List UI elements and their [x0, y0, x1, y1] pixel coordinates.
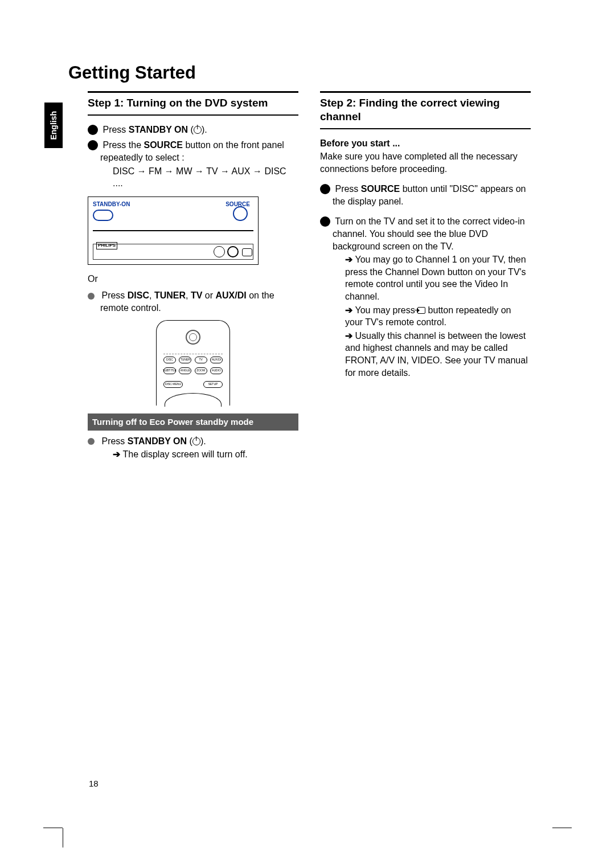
- text: The display screen will turn off.: [122, 449, 247, 459]
- divider: [93, 230, 253, 231]
- bullet-dot-icon: [88, 438, 95, 445]
- step1-heading: Step 1: Turning on the DVD system: [88, 91, 298, 116]
- source-sequence: DISC → FM → MW → TV → AUX → DISC ....: [88, 165, 298, 190]
- bullet-1-icon: 1: [88, 125, 98, 135]
- right-column: Step 2: Finding the correct viewing chan…: [320, 91, 531, 464]
- remote-btn: TV: [195, 357, 207, 363]
- standby-label: STANDBY-ON: [93, 200, 130, 208]
- step2-tip1: ➔ You may go to Channel 1 on your TV, th…: [320, 253, 531, 302]
- dvd-front-panel-diagram: STANDBY-ON SOURCE PHILIPS: [88, 196, 259, 265]
- text: Turn on the TV and set it to the correct…: [333, 216, 525, 251]
- text: ).: [200, 436, 206, 446]
- text-bold: TV: [191, 290, 202, 300]
- remote-btn: SETUP: [203, 381, 223, 388]
- left-column: Step 1: Turning on the DVD system 1 Pres…: [88, 91, 298, 464]
- text: (: [188, 125, 194, 134]
- text: or: [202, 290, 215, 300]
- text: ).: [202, 125, 207, 134]
- page-number: 18: [89, 779, 99, 788]
- power-icon: [194, 126, 202, 134]
- text: You may press: [355, 305, 417, 315]
- standby-highlight-icon: [93, 210, 113, 221]
- text: ,: [186, 290, 191, 300]
- remote-btn: DISC: [163, 357, 176, 363]
- language-tab: English: [44, 103, 63, 148]
- or-text: Or: [88, 273, 298, 285]
- arrow-icon: ➔: [345, 331, 355, 341]
- text: Usually this channel is between the lowe…: [345, 331, 528, 378]
- slot-icon: [242, 248, 252, 256]
- arrow-icon: ➔: [113, 449, 122, 459]
- text-bold: SOURCE: [361, 184, 400, 194]
- step1-item1: 1 Press STANDBY ON ().: [88, 124, 298, 136]
- remote-btn: AUDIO: [210, 367, 223, 374]
- step1-item3: Press DISC, TUNER, TV or AUX/DI on the r…: [88, 289, 298, 314]
- remote-btn: ZOOM: [195, 367, 207, 374]
- power-icon: [192, 437, 200, 445]
- remote-btn: ANGLE: [179, 367, 191, 374]
- remote-btn: DISC MENU: [163, 381, 183, 388]
- source-highlight-icon: [233, 206, 248, 221]
- bullet-dot-icon: [88, 293, 95, 300]
- page-title: Getting Started: [68, 63, 564, 83]
- knob-icon: [214, 246, 225, 257]
- tv-input-icon: [417, 307, 425, 314]
- remote-btn: SUBTITLE: [163, 367, 176, 374]
- arrow-icon: ➔: [345, 255, 355, 264]
- before-text: Make sure you have completed all the nec…: [320, 150, 531, 175]
- remote-btn: TUNER: [179, 357, 191, 363]
- remote-control-diagram: DISC TUNER TV AUX/DI SUBTITLE ANGLE ZOOM…: [156, 320, 230, 406]
- text: Press: [102, 125, 128, 134]
- language-label: English: [49, 111, 58, 140]
- eco-standby-heading: Turning off to Eco Power standby mode: [88, 413, 298, 431]
- eco-item: Press STANDBY ON ().: [88, 435, 298, 448]
- arrow-icon: ➔: [345, 305, 355, 315]
- eco-result: ➔ The display screen will turn off.: [88, 448, 298, 461]
- before-label: Before you start ...: [320, 137, 531, 150]
- step2-tip2: ➔ You may press button repeatedly on you…: [320, 304, 531, 329]
- bullet-1-icon: 1: [320, 184, 330, 194]
- text-bold: TUNER: [154, 290, 186, 300]
- text: Press: [101, 436, 127, 446]
- step2-tip3: ➔ Usually this channel is between the lo…: [320, 330, 531, 379]
- text: You may go to Channel 1 on your TV, then…: [345, 255, 526, 301]
- text: Press the: [102, 140, 144, 150]
- step2-item1: 1 Press SOURCE button until "DISC" appea…: [320, 183, 531, 207]
- text-bold: AUX/DI: [216, 290, 247, 300]
- step2-item2: 2 Turn on the TV and set it to the corre…: [320, 215, 531, 252]
- before-you-start: Before you start ... Make sure you have …: [320, 137, 531, 175]
- remote-navpad-icon: [165, 393, 222, 407]
- text: ,: [149, 290, 154, 300]
- step1-item2: 2 Press the SOURCE button on the front p…: [88, 139, 298, 163]
- bullet-2-icon: 2: [88, 140, 98, 150]
- text-bold: STANDBY ON: [128, 436, 187, 446]
- text-bold: DISC: [128, 290, 149, 300]
- text: Press: [101, 290, 127, 300]
- bullet-2-icon: 2: [320, 216, 330, 227]
- jog-dial-icon: [227, 246, 239, 257]
- remote-power-icon: [186, 330, 200, 345]
- remote-btn: AUX/DI: [210, 357, 223, 363]
- text: (: [187, 436, 192, 446]
- text-bold: SOURCE: [144, 140, 182, 150]
- text: Press: [335, 184, 360, 194]
- text-bold: STANDBY ON: [129, 125, 188, 134]
- step2-heading: Step 2: Finding the correct viewing chan…: [320, 91, 531, 129]
- brand-label: PHILIPS: [96, 242, 117, 249]
